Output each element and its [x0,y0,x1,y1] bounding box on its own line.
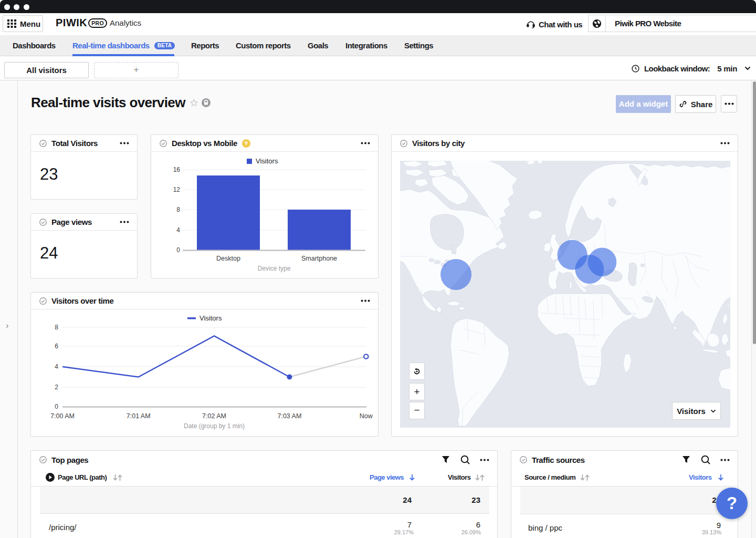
svg-text:4: 4 [55,363,58,370]
svg-text:Date (group by 1 min): Date (group by 1 min) [184,422,245,430]
svg-text:Device type: Device type [258,265,291,272]
svg-text:8: 8 [55,324,58,331]
svg-text:7:02 AM: 7:02 AM [202,412,226,420]
svg-text:2: 2 [55,384,58,391]
svg-text:8: 8 [176,206,180,213]
svg-text:7:00 AM: 7:00 AM [50,412,75,420]
svg-text:0: 0 [55,403,58,410]
svg-text:7:01 AM: 7:01 AM [127,412,151,420]
svg-text:7:03 AM: 7:03 AM [277,412,301,420]
svg-text:4: 4 [176,226,180,234]
svg-text:0: 0 [176,246,180,254]
svg-text:Desktop: Desktop [216,255,240,262]
svg-text:12: 12 [173,186,181,193]
svg-text:16: 16 [173,166,181,173]
svg-text:Smartphone: Smartphone [301,255,337,262]
svg-text:6: 6 [55,343,58,350]
svg-text:Visitors: Visitors [200,314,222,322]
svg-text:Visitors: Visitors [256,157,278,165]
svg-text:Now: Now [360,412,373,420]
